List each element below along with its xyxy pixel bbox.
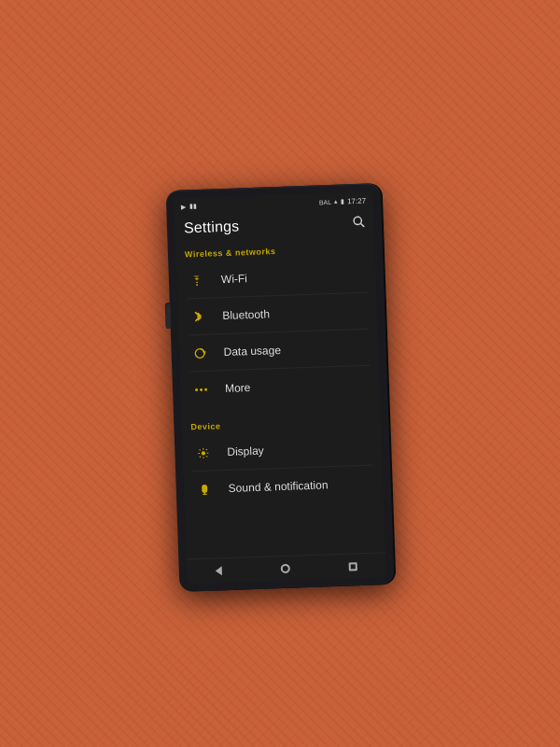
status-right-area: BAL ▴ ▮ 17:27 xyxy=(319,196,367,206)
settings-item-sound[interactable]: Sound & notification xyxy=(183,465,384,507)
wifi-status-icon: ▴ xyxy=(334,198,338,205)
wifi-icon xyxy=(186,275,208,286)
sound-label: Sound & notification xyxy=(228,478,328,495)
page-title: Settings xyxy=(184,218,240,236)
signal-icon: ▮▮ xyxy=(189,203,197,210)
sound-icon xyxy=(193,483,216,496)
more-icon xyxy=(189,388,212,391)
svg-rect-6 xyxy=(202,493,206,494)
display-icon xyxy=(191,446,214,459)
media-icon: ▶ xyxy=(181,203,186,210)
dot-3 xyxy=(203,388,206,390)
svg-point-4 xyxy=(201,451,204,455)
svg-point-2 xyxy=(196,284,198,286)
data-usage-label: Data usage xyxy=(223,344,281,359)
phone-screen: ▶ ▮▮ BAL ▴ ▮ 17:27 Settings Wirel xyxy=(174,190,386,584)
battery-icon: ▮ xyxy=(341,197,344,204)
wifi-label: Wi-Fi xyxy=(221,272,247,286)
balance-label: BAL xyxy=(319,198,331,204)
back-button[interactable] xyxy=(208,564,230,578)
data-usage-icon xyxy=(188,346,210,359)
phone-device: ▶ ▮▮ BAL ▴ ▮ 17:27 Settings Wirel xyxy=(166,183,395,592)
search-button[interactable] xyxy=(352,214,366,230)
display-label: Display xyxy=(227,444,264,458)
status-time: 17:27 xyxy=(347,196,366,205)
settings-item-more[interactable]: More xyxy=(179,365,380,407)
recents-button[interactable] xyxy=(341,559,364,572)
svg-rect-5 xyxy=(203,492,205,494)
bluetooth-icon xyxy=(187,310,209,324)
home-button[interactable] xyxy=(273,561,298,575)
more-label: More xyxy=(225,381,251,395)
volume-button[interactable] xyxy=(165,303,172,329)
svg-line-1 xyxy=(361,223,364,226)
settings-content: Wireless & networks Wi-Fi Blue xyxy=(175,233,385,558)
dot-2 xyxy=(199,388,202,390)
status-left-icons: ▶ ▮▮ xyxy=(181,203,197,211)
bluetooth-label: Bluetooth xyxy=(222,307,270,322)
dot-1 xyxy=(194,388,197,391)
